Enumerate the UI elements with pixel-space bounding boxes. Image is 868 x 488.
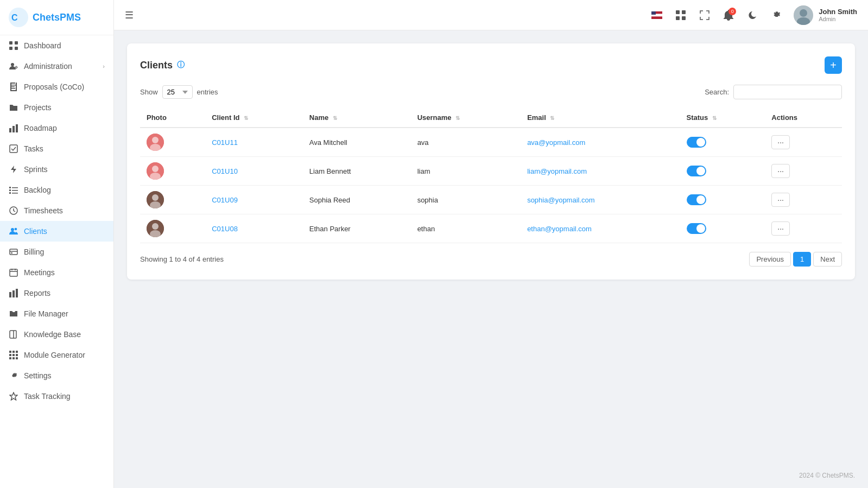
cell-status	[680, 157, 765, 186]
sidebar-item-reports[interactable]: Reports	[0, 283, 113, 303]
logo-text: ChetsPMS	[33, 12, 81, 23]
sidebar-item-label-meetings: Meetings	[24, 268, 105, 277]
proposals-icon	[9, 82, 18, 92]
previous-button[interactable]: Previous	[749, 252, 791, 267]
client-avatar	[147, 191, 164, 208]
sidebar-item-dashboard[interactable]: Dashboard	[0, 35, 113, 56]
actions-button[interactable]: ···	[771, 193, 790, 207]
cell-name: Ethan Parker	[303, 214, 411, 243]
settings-icon[interactable]	[768, 7, 785, 24]
info-icon[interactable]: ⓘ	[177, 60, 185, 70]
sidebar-item-knowledge-base[interactable]: Knowledge Base	[0, 324, 113, 345]
status-toggle[interactable]	[687, 137, 706, 148]
show-label: Show	[140, 88, 158, 96]
status-toggle[interactable]	[687, 223, 706, 234]
cell-client-id: C01U11	[205, 128, 303, 157]
sidebar-item-module-generator[interactable]: Module Generator	[0, 345, 113, 365]
email-link[interactable]: ethan@yopmail.com	[527, 225, 592, 233]
entries-select[interactable]: 25 10 50 100	[162, 85, 193, 99]
card-title: Clients ⓘ	[140, 60, 185, 71]
sidebar-item-projects[interactable]: Projects	[0, 97, 113, 118]
cell-name: Liam Bennett	[303, 157, 411, 186]
svg-rect-48	[12, 354, 15, 356]
client-id-link[interactable]: C01U08	[212, 225, 238, 233]
svg-point-32	[15, 228, 17, 231]
sidebar-item-timesheets[interactable]: Timesheets	[0, 200, 113, 221]
sort-icon-email: ⇅	[550, 115, 554, 121]
next-button[interactable]: Next	[813, 252, 842, 267]
user-profile[interactable]: John Smith Admin	[794, 5, 857, 25]
sidebar-item-label-module-generator: Module Generator	[24, 351, 105, 359]
cell-actions: ···	[765, 157, 842, 186]
clients-icon	[9, 226, 18, 236]
svg-rect-17	[11, 86, 15, 87]
cell-email: sophia@yopmail.com	[521, 186, 680, 214]
actions-button[interactable]: ···	[771, 164, 790, 178]
client-id-link[interactable]: C01U09	[212, 196, 238, 204]
sidebar-item-file-manager[interactable]: File Manager	[0, 303, 113, 324]
sidebar-item-label-clients: Clients	[24, 227, 105, 236]
apps-icon[interactable]	[672, 7, 689, 24]
add-client-button[interactable]: +	[825, 56, 842, 74]
col-client-id[interactable]: Client Id ⇅	[205, 108, 303, 128]
client-id-link[interactable]: C01U11	[212, 138, 238, 147]
dark-mode-icon[interactable]	[744, 7, 761, 24]
sidebar-item-backlog[interactable]: Backlog	[0, 180, 113, 200]
pagination-area: Showing 1 to 4 of 4 entries Previous 1 N…	[140, 252, 842, 267]
svg-rect-24	[9, 187, 11, 188]
col-actions: Actions	[765, 108, 842, 128]
svg-rect-25	[12, 187, 18, 188]
svg-point-66	[152, 137, 159, 143]
sidebar-item-tasks[interactable]: Tasks	[0, 138, 113, 159]
user-role: Admin	[819, 16, 857, 22]
svg-rect-18	[11, 88, 15, 89]
email-link[interactable]: ava@yopmail.com	[527, 138, 585, 147]
sidebar-item-clients[interactable]: Clients	[0, 221, 113, 242]
col-status[interactable]: Status ⇅	[680, 108, 765, 128]
page-title: Clients	[140, 60, 173, 71]
sidebar-item-roadmap[interactable]: Roadmap	[0, 118, 113, 138]
svg-point-7	[16, 67, 17, 68]
sidebar-item-proposals[interactable]: Proposals (CoCo)	[0, 77, 113, 97]
svg-rect-42	[16, 289, 18, 297]
client-avatar	[147, 220, 164, 237]
svg-point-75	[152, 223, 159, 230]
svg-rect-5	[15, 47, 18, 50]
menu-toggle-icon[interactable]: ☰	[125, 9, 134, 21]
sidebar-item-settings[interactable]: Settings	[0, 365, 113, 386]
col-email[interactable]: Email ⇅	[521, 108, 680, 128]
logo[interactable]: C ChetsPMS	[0, 0, 113, 35]
sidebar-item-task-tracking[interactable]: Task Tracking	[0, 386, 113, 407]
actions-button[interactable]: ···	[771, 135, 790, 149]
sidebar-item-administration[interactable]: Administration›	[0, 56, 113, 77]
email-link[interactable]: sophia@yopmail.com	[527, 196, 594, 204]
sidebar-item-sprints[interactable]: Sprints	[0, 159, 113, 180]
svg-rect-16	[11, 85, 16, 86]
svg-rect-44	[9, 351, 11, 353]
sidebar-item-label-knowledge-base: Knowledge Base	[24, 330, 105, 339]
svg-rect-47	[9, 354, 11, 356]
nav-arrow-icon: ›	[103, 63, 105, 69]
client-id-link[interactable]: C01U10	[212, 167, 238, 175]
administration-icon	[9, 61, 18, 71]
search-input[interactable]	[733, 85, 842, 99]
email-link[interactable]: liam@yopmail.com	[527, 167, 587, 175]
cell-client-id: C01U08	[205, 214, 303, 243]
actions-button[interactable]: ···	[771, 221, 790, 236]
notification-icon[interactable]: 0	[720, 7, 737, 24]
fullscreen-icon[interactable]	[696, 7, 713, 24]
svg-point-31	[11, 228, 14, 231]
col-username[interactable]: Username ⇅	[411, 108, 521, 128]
col-name[interactable]: Name ⇅	[303, 108, 411, 128]
sidebar-item-meetings[interactable]: Meetings	[0, 262, 113, 283]
sidebar-item-billing[interactable]: Billing	[0, 242, 113, 262]
cell-status	[680, 214, 765, 243]
svg-rect-20	[12, 126, 15, 132]
flag-icon[interactable]	[648, 7, 666, 24]
page-1-button[interactable]: 1	[793, 252, 811, 267]
status-toggle[interactable]	[687, 194, 706, 205]
svg-rect-45	[12, 351, 15, 353]
sidebar-item-label-sprints: Sprints	[24, 165, 105, 174]
status-toggle[interactable]	[687, 166, 706, 176]
tasks-icon	[9, 144, 18, 154]
